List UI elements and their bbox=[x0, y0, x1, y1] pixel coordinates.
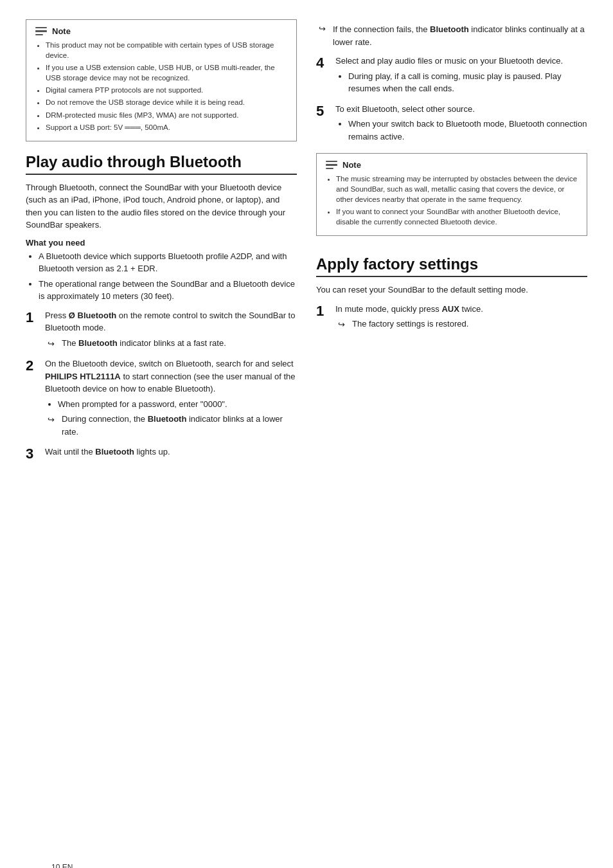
note-item: Digital camera PTP protocols are not sup… bbox=[46, 85, 287, 95]
factory-step-1-number: 1 bbox=[316, 303, 329, 320]
step-2: 2 On the Bluetooth device, switch on Blu… bbox=[26, 357, 297, 439]
note-box-right: Note The music streaming may be interrup… bbox=[316, 153, 587, 236]
arrow-icon-2: ↪ bbox=[48, 413, 58, 426]
step-2-bullets: When prompted for a password, enter "000… bbox=[45, 398, 297, 411]
factory-step-1-content: In mute mode, quickly press AUX twice. ↪… bbox=[335, 303, 587, 332]
arrow-icon-fail: ↪ bbox=[319, 24, 329, 33]
what-you-need-list: A Bluetooth device which supports Blueto… bbox=[26, 250, 297, 303]
note-header-top: Note bbox=[35, 26, 287, 36]
need-item-2: The operational range between the SoundB… bbox=[39, 278, 297, 303]
page-number: 10 EN bbox=[51, 863, 73, 868]
what-you-need-label: What you need bbox=[26, 238, 297, 248]
step-4-number: 4 bbox=[316, 55, 329, 71]
step-2-content: On the Bluetooth device, switch on Bluet… bbox=[45, 357, 297, 439]
step-4-bullet-1: During play, if a call is coming, music … bbox=[348, 70, 587, 95]
factory-arrow-text: The factory settings is restored. bbox=[352, 318, 468, 330]
note-right-item-2: If you want to connect your SoundBar wit… bbox=[336, 206, 578, 227]
step-2-number: 2 bbox=[26, 357, 39, 374]
step-1-bold-text: Bluetooth bbox=[75, 311, 116, 320]
step-5-number: 5 bbox=[316, 103, 329, 120]
step-3: 3 Wait until the Bluetooth lights up. bbox=[26, 446, 297, 462]
bluetooth-section-title: Play audio through Bluetooth bbox=[26, 153, 297, 175]
step-5-text: To exit Bluetooth, select other source. bbox=[335, 104, 475, 114]
step-4-bullets: During play, if a call is coming, music … bbox=[335, 70, 587, 95]
note-icon-right bbox=[326, 161, 337, 170]
step-5: 5 To exit Bluetooth, select other source… bbox=[316, 103, 587, 145]
note-right-list: The music streaming may be interrupted b… bbox=[326, 174, 578, 227]
step-3-content: Wait until the Bluetooth lights up. bbox=[45, 446, 297, 458]
apply-factory-section: Apply factory settings You can reset you… bbox=[316, 255, 587, 332]
note-label-right: Note bbox=[342, 160, 361, 170]
arrow-fail-text: If the connection fails, the Bluetooth i… bbox=[333, 23, 587, 48]
right-arrow-connection-fail: ↪ If the connection fails, the Bluetooth… bbox=[316, 19, 587, 48]
right-column: ↪ If the connection fails, the Bluetooth… bbox=[316, 19, 587, 332]
note-icon-top bbox=[35, 27, 47, 36]
bluetooth-intro: Through Bluetooth, connect the SoundBar … bbox=[26, 181, 297, 231]
step-1-arrow: ↪ The Bluetooth indicator blinks at a fa… bbox=[45, 337, 297, 350]
factory-step-1: 1 In mute mode, quickly press AUX twice.… bbox=[316, 303, 587, 332]
note-item: This product may not be compatible with … bbox=[46, 40, 287, 60]
note-right-item-1: The music streaming may be interrupted b… bbox=[336, 174, 578, 204]
note-header-right: Note bbox=[326, 160, 578, 170]
step-1-arrow-text: The Bluetooth indicator blinks at a fast… bbox=[62, 337, 226, 350]
apply-factory-title: Apply factory settings bbox=[316, 255, 587, 277]
note-item: DRM-protected music files (MP3, WMA) are… bbox=[46, 110, 287, 120]
step-5-bullets: When your switch back to Bluetooth mode,… bbox=[335, 118, 587, 143]
step-2-arrow-text: During connection, the Bluetooth indicat… bbox=[62, 413, 297, 438]
step-4-text: Select and play audio files or music on … bbox=[335, 56, 563, 66]
arrow-icon-1: ↪ bbox=[48, 338, 58, 350]
note-item: If you use a USB extension cable, USB HU… bbox=[46, 62, 287, 83]
step-4-content: Select and play audio files or music on … bbox=[335, 55, 587, 96]
step-3-bold: Bluetooth bbox=[95, 447, 134, 457]
step-2-bold: PHILIPS HTL2111A bbox=[45, 372, 121, 381]
note-label-top: Note bbox=[52, 26, 71, 36]
step-2-arrow: ↪ During connection, the Bluetooth indic… bbox=[45, 413, 297, 438]
apply-factory-intro: You can reset your SoundBar to the defau… bbox=[316, 284, 587, 296]
note-item: Support a USB port: 5V ═══, 500mA. bbox=[46, 122, 287, 132]
step-2-bullet-1: When prompted for a password, enter "000… bbox=[58, 398, 297, 411]
step-3-number: 3 bbox=[26, 446, 39, 462]
step-5-content: To exit Bluetooth, select other source. … bbox=[335, 103, 587, 145]
note-list-top: This product may not be compatible with … bbox=[35, 40, 287, 132]
need-item-1: A Bluetooth device which supports Blueto… bbox=[39, 250, 297, 275]
factory-step-1-arrow: ↪ The factory settings is restored. bbox=[335, 318, 587, 331]
step-4: 4 Select and play audio files or music o… bbox=[316, 55, 587, 96]
note-box-top: Note This product may not be compatible … bbox=[26, 19, 297, 141]
step-1: 1 Press Ø Bluetooth on the remote contro… bbox=[26, 309, 297, 352]
factory-arrow-icon: ↪ bbox=[338, 318, 348, 331]
step-1-bold-icon: Ø bbox=[69, 311, 75, 320]
step-1-content: Press Ø Bluetooth on the remote control … bbox=[45, 309, 297, 352]
step-5-bullet-1: When your switch back to Bluetooth mode,… bbox=[348, 118, 587, 143]
step-1-number: 1 bbox=[26, 309, 39, 326]
note-item: Do not remove the USB storage device whi… bbox=[46, 97, 287, 107]
bluetooth-section: Play audio through Bluetooth Through Blu… bbox=[26, 153, 297, 463]
factory-bold-aux: AUX bbox=[441, 304, 459, 314]
